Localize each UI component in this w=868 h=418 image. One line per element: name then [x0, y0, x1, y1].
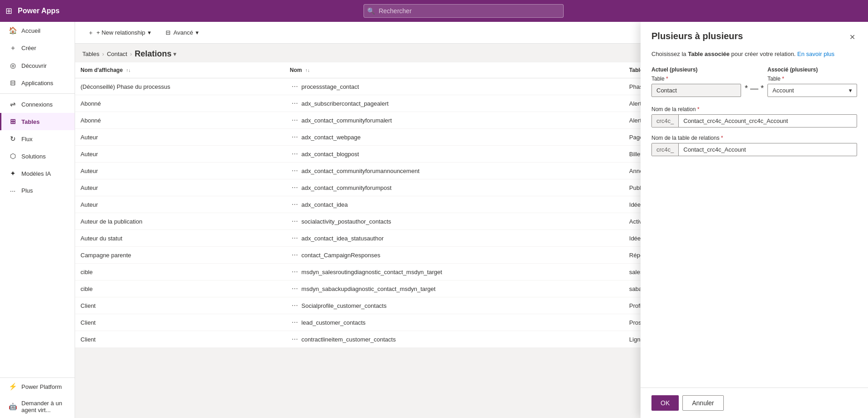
home-icon: 🏠	[9, 26, 17, 35]
row-actions-icon[interactable]: ⋯	[290, 115, 300, 126]
actuel-title: Actuel (plusieurs)	[651, 66, 741, 73]
panel-overlay: Plusieurs à plusieurs ✕ Choisissez la Ta…	[641, 22, 868, 418]
breadcrumb-sep-1: ›	[102, 51, 104, 57]
sidebar-item-applications[interactable]: ⊟ Applications	[0, 74, 75, 92]
table-relations-name-field: Nom de la table de relations * crc4c_ Co…	[651, 135, 857, 156]
cell-nom-affichage: Auteur	[75, 146, 284, 163]
more-icon: ···	[9, 187, 17, 194]
row-actions-icon[interactable]: ⋯	[290, 148, 300, 159]
row-actions-icon[interactable]: ⋯	[290, 334, 300, 345]
actuel-table-label: Table *	[651, 76, 741, 82]
row-actions-icon[interactable]: ⋯	[290, 233, 300, 244]
breadcrumb-tables[interactable]: Tables	[82, 51, 100, 57]
cell-nom: ⋯ adx_subscribercontact_pagealert	[284, 95, 624, 112]
associe-col: Associé (plusieurs) Table * Account ▾	[767, 66, 857, 97]
cell-nom-affichage: Auteur	[75, 163, 284, 179]
cell-nom: ⋯ adx_contact_blogpost	[284, 146, 624, 163]
en-savoir-plus-link[interactable]: En savoir plus	[797, 51, 835, 57]
solutions-icon: ⬡	[9, 152, 17, 160]
cancel-button[interactable]: Annuler	[682, 395, 723, 411]
sidebar-item-solutions[interactable]: ⬡ Solutions	[0, 148, 75, 165]
required-star: *	[721, 135, 723, 141]
associe-table-label: Table *	[767, 76, 857, 82]
sidebar-item-tables[interactable]: ⊞ Tables	[0, 113, 75, 130]
row-actions-icon[interactable]: ⋯	[290, 250, 300, 260]
row-actions-icon[interactable]: ⋯	[290, 182, 300, 193]
relation-name-input[interactable]: crc4c_ Contact_crc4c_Account_crc4c_Accou…	[651, 114, 857, 127]
sort-icon: ↑↓	[126, 68, 131, 73]
row-actions-icon[interactable]: ⋯	[290, 266, 300, 277]
cell-nom-affichage: Abonné	[75, 95, 284, 112]
avance-button[interactable]: ⊟ Avancé ▾	[160, 26, 204, 39]
row-actions-icon[interactable]: ⋯	[290, 98, 300, 109]
associe-title: Associé (plusieurs)	[767, 66, 857, 73]
sidebar-item-accueil[interactable]: 🏠 Accueil	[0, 22, 75, 39]
panel-title: Plusieurs à plusieurs	[651, 31, 743, 41]
relation-name-field: Nom de la relation * crc4c_ Contact_crc4…	[651, 106, 857, 127]
chevron-down-icon: ▾	[148, 29, 151, 36]
panel-close-button[interactable]: ✕	[848, 31, 857, 43]
sidebar-item-flux[interactable]: ↻ Flux	[0, 130, 75, 148]
ok-button[interactable]: OK	[651, 395, 679, 411]
new-relationship-button[interactable]: ＋ + New relationship ▾	[82, 26, 156, 40]
panel-description: Choisissez la Table associée pour créer …	[651, 51, 857, 57]
cell-nom-affichage: Client	[75, 314, 284, 331]
breadcrumb-contact[interactable]: Contact	[107, 51, 127, 57]
cell-nom: ⋯ lead_customer_contacts	[284, 314, 624, 331]
sidebar-item-power-platform[interactable]: ⚡ Power Platform	[0, 378, 75, 395]
panel-body: Choisissez la Table associée pour créer …	[641, 43, 868, 387]
col-nom-affichage[interactable]: Nom d'affichage ↑↓	[75, 62, 284, 78]
row-actions-icon[interactable]: ⋯	[290, 317, 300, 328]
sidebar-item-virtual-agent[interactable]: 🤖 Demander à un agent virt...	[0, 395, 75, 418]
cell-nom: ⋯ adx_contact_communityforumalert	[284, 112, 624, 129]
row-actions-icon[interactable]: ⋯	[290, 283, 300, 294]
sidebar-item-connexions[interactable]: ⇌ Connexions	[0, 96, 75, 113]
sidebar-item-creer[interactable]: ＋ Créer	[0, 39, 75, 57]
table-relations-prefix: crc4c_	[652, 143, 679, 156]
breadcrumb-sep-2: ›	[130, 51, 132, 57]
col-nom[interactable]: Nom ↑↓	[284, 62, 624, 78]
row-actions-icon[interactable]: ⋯	[290, 199, 300, 210]
avance-icon: ⊟	[166, 29, 171, 36]
cell-nom-affichage: cible	[75, 264, 284, 280]
cell-nom-affichage: Client	[75, 331, 284, 348]
ai-icon: ✦	[9, 169, 17, 178]
breadcrumb-current: Relations ▾	[135, 49, 176, 59]
cell-nom: ⋯ adx_contact_communityforumpost	[284, 179, 624, 196]
chevron-down-icon: ▾	[196, 29, 199, 36]
row-actions-icon[interactable]: ⋯	[290, 216, 300, 227]
cell-nom: ⋯ adx_contact_webpage	[284, 129, 624, 146]
cell-nom-affichage: Campagne parente	[75, 247, 284, 264]
plus-icon: ＋	[9, 44, 17, 52]
discover-icon: ◎	[9, 61, 17, 70]
cell-nom: ⋯ Socialprofile_customer_contacts	[284, 297, 624, 314]
grid-menu-icon[interactable]: ⊞	[5, 6, 12, 16]
row-actions-icon[interactable]: ⋯	[290, 165, 300, 176]
cell-nom-affichage: Client	[75, 297, 284, 314]
search-input[interactable]	[363, 4, 564, 18]
actuel-table-input: Contact	[651, 84, 741, 97]
row-actions-icon[interactable]: ⋯	[290, 81, 300, 92]
cell-nom: ⋯ processstage_contact	[284, 78, 624, 95]
search-icon: 🔍	[367, 7, 375, 15]
associe-table-select[interactable]: Account ▾	[767, 84, 857, 97]
cell-nom: ⋯ socialactivity_postauthor_contacts	[284, 213, 624, 230]
sidebar-item-decouvrir[interactable]: ◎ Découvrir	[0, 57, 75, 74]
sidebar-bottom: ⚡ Power Platform 🤖 Demander à un agent v…	[0, 377, 75, 418]
row-actions-icon[interactable]: ⋯	[290, 300, 300, 311]
breadcrumb-chevron[interactable]: ▾	[173, 51, 176, 57]
sidebar-item-plus[interactable]: ··· Plus	[0, 182, 75, 199]
table-relations-name-input[interactable]: crc4c_ Contact_crc4c_Account	[651, 143, 857, 156]
cell-nom: ⋯ contractlineitem_customer_contacts	[284, 331, 624, 348]
tables-icon: ⊞	[9, 117, 17, 126]
sort-icon: ↑↓	[305, 68, 310, 73]
table-relations-name-label: Nom de la table de relations *	[651, 135, 857, 141]
topbar: ⊞ Power Apps 🔍	[0, 0, 868, 22]
main-layout: 🏠 Accueil ＋ Créer ◎ Découvrir ⊟ Applicat…	[0, 22, 868, 418]
cell-nom-affichage: Abonné	[75, 112, 284, 129]
row-actions-icon[interactable]: ⋯	[290, 132, 300, 143]
sidebar-item-modeles-ia[interactable]: ✦ Modèles IA	[0, 165, 75, 182]
search-container: 🔍	[363, 4, 564, 18]
sidebar: 🏠 Accueil ＋ Créer ◎ Découvrir ⊟ Applicat…	[0, 22, 75, 418]
cell-nom: ⋯ adx_contact_idea	[284, 196, 624, 213]
